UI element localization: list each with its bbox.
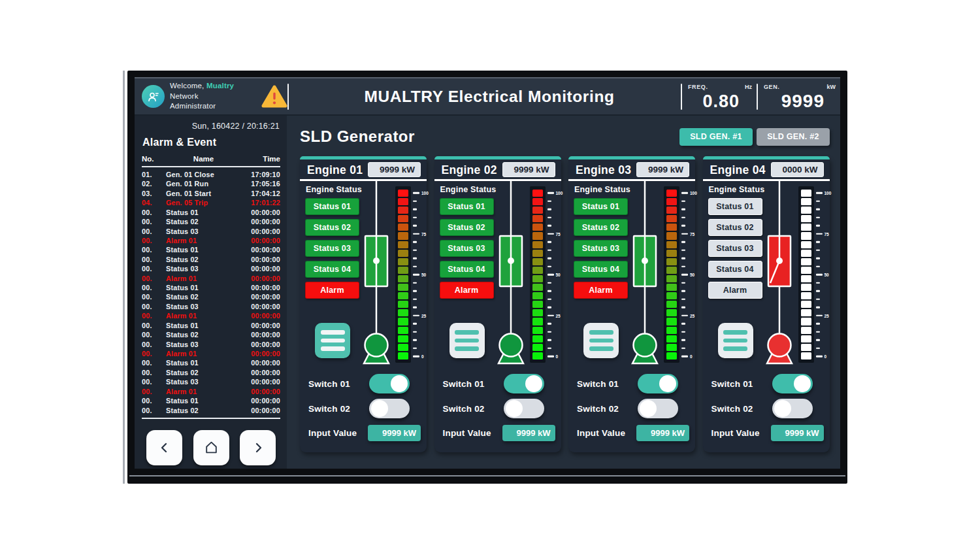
tab-sld-gen-2[interactable]: SLD GEN. #2: [757, 128, 830, 146]
row-time: 00:00:00: [241, 245, 280, 254]
status-button[interactable]: Status 02: [574, 219, 628, 236]
engine-output: 9999 kW: [502, 162, 555, 177]
status-button[interactable]: Status 04: [574, 261, 628, 278]
gauge-segment: [398, 215, 408, 222]
status-button[interactable]: Status 03: [708, 240, 762, 257]
load-gauge: 1007550250: [395, 186, 425, 363]
row-no: 00.: [142, 255, 166, 264]
input-value-label: Input Value: [711, 428, 760, 438]
app-window: Welcome, Mualtry Network Administrator M…: [135, 77, 840, 469]
status-button[interactable]: Status 03: [305, 240, 359, 257]
row-time: 00:00:00: [241, 377, 280, 386]
status-button[interactable]: Status 01: [305, 198, 359, 215]
alarm-event-row: 03. Gen. 01 Start 17:04:12: [142, 189, 280, 198]
gauge-tick: [816, 216, 820, 218]
gauge-segment: [398, 327, 408, 334]
status-button[interactable]: Status 02: [440, 219, 494, 236]
gauge-segment: [666, 267, 677, 274]
alarm-event-title: Alarm & Event: [142, 137, 280, 148]
row-name: Gen. 05 Trip: [166, 198, 241, 207]
user-avatar[interactable]: [142, 85, 165, 108]
gauge-tick: [816, 290, 820, 292]
row-name: Status 02: [166, 368, 241, 377]
status-button[interactable]: Status 04: [305, 261, 359, 278]
switch-toggle[interactable]: [369, 374, 410, 393]
alarm-warning-button[interactable]: [261, 85, 287, 109]
status-button[interactable]: Status 01: [574, 198, 628, 215]
alarm-event-row: 00. Status 02 00:00:00: [142, 292, 280, 301]
row-no: 02.: [142, 179, 166, 188]
switch-row: Switch 01: [308, 374, 410, 393]
switch-toggle[interactable]: [638, 399, 678, 418]
row-time: 00:00:00: [241, 321, 280, 330]
alarm-event-row: 00. Status 03 00:00:00: [142, 227, 280, 236]
gauge-tick-label: 100: [556, 191, 563, 195]
nav-forward-button[interactable]: [240, 430, 276, 465]
gauge-tick: [816, 200, 820, 202]
status-button[interactable]: Status 03: [440, 240, 494, 257]
alarm-event-row: 00. Status 01 00:00:00: [142, 396, 280, 405]
home-icon: [204, 440, 219, 455]
alarm-event-row: 00. Status 03 00:00:00: [142, 264, 280, 273]
switch-toggle[interactable]: [772, 399, 813, 418]
toggle-knob: [774, 400, 791, 417]
row-name: Alarm 01: [166, 311, 241, 320]
row-name: Status 03: [166, 227, 241, 236]
gauge-tick: [547, 298, 551, 300]
row-no: 00.: [142, 274, 166, 283]
input-value-box[interactable]: 9999 kW: [502, 425, 555, 441]
status-button[interactable]: Status 02: [305, 219, 359, 236]
gauge-segment: [801, 250, 811, 257]
gauge-segment: [398, 275, 408, 282]
switch-toggle[interactable]: [369, 399, 410, 418]
status-button[interactable]: Status 01: [708, 198, 762, 215]
status-button[interactable]: Status 01: [440, 198, 494, 215]
status-button[interactable]: Status 02: [708, 219, 762, 236]
gauge-tick: [681, 307, 685, 309]
gauge-segment: [532, 292, 543, 299]
switch-toggle[interactable]: [772, 374, 813, 393]
app-title: MUALTRY Electrical Monitoring: [289, 88, 681, 106]
row-no: 00.: [142, 311, 166, 320]
row-no: 03.: [142, 189, 166, 198]
status-button[interactable]: Status 04: [708, 261, 762, 278]
alarm-event-row: 00. Status 01 00:00:00: [142, 321, 280, 330]
input-value-box[interactable]: 9999 kW: [636, 425, 689, 441]
input-value-box[interactable]: 9999 kW: [771, 425, 824, 441]
alarm-button[interactable]: Alarm: [708, 282, 762, 299]
gauge-tick: [413, 298, 417, 300]
tab-sld-gen-1[interactable]: SLD GEN. #1: [679, 128, 753, 146]
gauge-tick: [681, 258, 685, 259]
row-name: Status 02: [166, 255, 241, 264]
gauge-segment: [532, 327, 543, 334]
gauge-tick-label: 0: [556, 354, 559, 359]
alarm-button[interactable]: Alarm: [440, 282, 494, 299]
gauge-tick: [816, 258, 820, 259]
gauge-segment: [398, 352, 408, 359]
row-time: 00:00:00: [241, 283, 280, 292]
gauge-segment: [398, 258, 408, 265]
switch-label: Switch 02: [443, 404, 485, 414]
row-name: Status 02: [166, 406, 241, 415]
welcome-text: Welcome,: [170, 82, 206, 90]
row-name: Status 03: [166, 377, 241, 386]
gauge-tick-label: 25: [421, 313, 426, 318]
nav-back-button[interactable]: [146, 430, 182, 465]
gauge-tick: [413, 249, 417, 251]
gauge-tick: [681, 209, 685, 210]
switch-toggle[interactable]: [504, 374, 544, 393]
status-button[interactable]: Status 04: [440, 261, 494, 278]
input-value-box[interactable]: 9999 kW: [368, 425, 421, 441]
gauge-segment: [398, 267, 408, 274]
gauge-tick: [681, 233, 688, 235]
alarm-event-row: 00. Alarm 01 00:00:00: [142, 236, 280, 245]
switch-toggle[interactable]: [638, 374, 678, 393]
alarm-button[interactable]: Alarm: [305, 282, 359, 299]
alarm-button[interactable]: Alarm: [574, 282, 628, 299]
gauge-tick: [547, 200, 551, 202]
status-button[interactable]: Status 03: [574, 240, 628, 257]
switch-toggle[interactable]: [504, 399, 544, 418]
alarm-table-header: No. Name Time: [142, 155, 280, 167]
nav-home-button[interactable]: [193, 430, 229, 465]
engine-panel: Engine 03 9999 kW Engine Status Status 0…: [568, 156, 695, 452]
